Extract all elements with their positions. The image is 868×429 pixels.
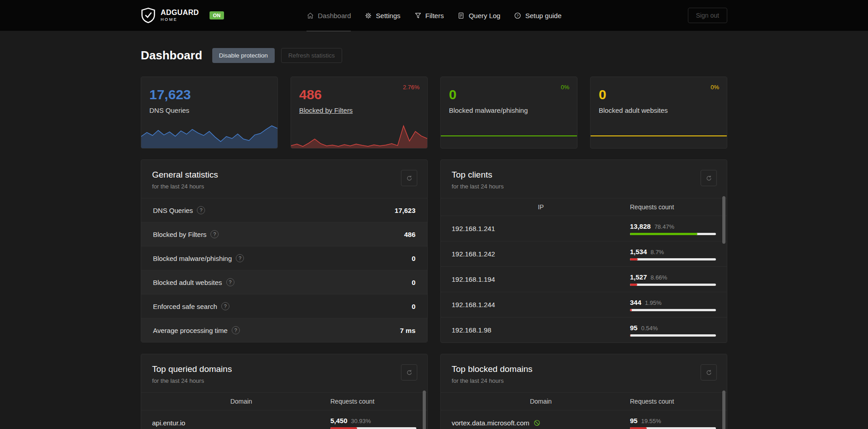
help-icon[interactable]: ? bbox=[232, 326, 240, 334]
requests-cell: 9519.55% bbox=[630, 417, 716, 429]
client-row: 192.168.1.244 3441.95% bbox=[441, 292, 727, 317]
help-icon[interactable]: ? bbox=[221, 302, 229, 310]
stat-card-blocked-by-filters: 2.76% 486 Blocked by Filters bbox=[291, 77, 428, 149]
panel-header: Top queried domains for the last 24 hour… bbox=[141, 354, 427, 392]
stat-card-dns-queries: 17,623 DNS Queries bbox=[141, 77, 278, 149]
panel-subtitle: for the last 24 hours bbox=[452, 377, 716, 384]
requests-count: 5,450 bbox=[330, 417, 348, 424]
stat-name: Average processing time bbox=[153, 327, 228, 334]
refresh-panel-button[interactable] bbox=[701, 170, 717, 186]
refresh-panel-button[interactable] bbox=[401, 170, 417, 186]
requests-bar-fill bbox=[630, 233, 697, 235]
stat-name: Blocked adult websites bbox=[153, 279, 222, 286]
sign-out-button[interactable]: Sign out bbox=[688, 8, 727, 23]
domain-cell[interactable]: vortex.data.microsoft.com bbox=[452, 419, 630, 427]
domain-name[interactable]: vortex.data.microsoft.com bbox=[452, 419, 529, 427]
stat-label: Blocked adult websites bbox=[599, 106, 719, 114]
scrollbar[interactable] bbox=[722, 196, 725, 244]
panel-title: General statistics bbox=[152, 170, 416, 180]
requests-count: 95 bbox=[630, 324, 638, 332]
stat-value: 486 bbox=[299, 87, 419, 102]
nav-item-query-log[interactable]: Query Log bbox=[458, 0, 501, 31]
client-ip[interactable]: 192.168.1.242 bbox=[452, 250, 630, 258]
panel-title: Top clients bbox=[452, 170, 716, 180]
stat-value: 0 bbox=[412, 303, 415, 310]
disable-protection-button[interactable]: Disable protection bbox=[212, 48, 275, 63]
refresh-panel-button[interactable] bbox=[701, 364, 717, 381]
page-header: Dashboard Disable protection Refresh sta… bbox=[141, 48, 727, 63]
refresh-panel-button[interactable] bbox=[401, 364, 417, 381]
help-icon[interactable]: ? bbox=[226, 278, 234, 286]
panel-subtitle: for the last 24 hours bbox=[152, 183, 416, 190]
client-row: 192.168.1.241 13,82878.47% bbox=[441, 216, 727, 241]
stat-value: 7 ms bbox=[400, 327, 415, 334]
nav-item-settings[interactable]: Settings bbox=[365, 0, 401, 31]
requests-percent: 78.47% bbox=[654, 223, 674, 230]
brand-subtitle: HOME bbox=[161, 18, 199, 22]
protection-on-badge: ON bbox=[210, 11, 224, 19]
stat-table-row: Enforced safe search? 0 bbox=[141, 294, 427, 318]
requests-bar bbox=[630, 309, 716, 311]
gear-icon bbox=[365, 12, 372, 19]
panel-header: Top blocked domains for the last 24 hour… bbox=[441, 354, 727, 392]
client-ip[interactable]: 192.168.1.98 bbox=[452, 326, 630, 334]
question-circle-icon: ? bbox=[514, 12, 522, 19]
scrollbar[interactable] bbox=[423, 390, 426, 429]
requests-percent: 8.66% bbox=[651, 274, 668, 281]
brand-text: ADGUARD HOME bbox=[161, 9, 199, 22]
requests-cell: 3441.95% bbox=[630, 299, 716, 311]
main-content: Dashboard Disable protection Refresh sta… bbox=[141, 48, 727, 429]
table-header: Domain Requests count bbox=[141, 392, 427, 410]
requests-percent: 19.55% bbox=[641, 418, 661, 424]
column-header-ip: IP bbox=[452, 203, 630, 211]
stat-value: 0 bbox=[412, 255, 415, 262]
client-ip[interactable]: 192.168.1.244 bbox=[452, 301, 630, 308]
client-ip[interactable]: 192.168.1.241 bbox=[452, 225, 630, 232]
svg-text:?: ? bbox=[517, 14, 519, 18]
blocked-by-filters-link[interactable]: Blocked by Filters bbox=[299, 106, 419, 114]
client-row: 192.168.1.194 1,5278.66% bbox=[441, 266, 727, 292]
requests-bar-fill bbox=[630, 427, 647, 429]
flat-sparkline bbox=[591, 135, 727, 136]
help-icon[interactable]: ? bbox=[197, 206, 205, 214]
nav-item-dashboard[interactable]: Dashboard bbox=[306, 0, 351, 31]
requests-percent: 8.7% bbox=[651, 249, 664, 255]
dns-queries-sparkline bbox=[141, 123, 277, 148]
requests-bar-fill bbox=[630, 334, 630, 337]
stat-table-row: Average processing time? 7 ms bbox=[141, 318, 427, 342]
refresh-icon bbox=[406, 369, 413, 376]
nav-item-setup-guide[interactable]: ? Setup guide bbox=[514, 0, 562, 31]
panels-row-2: Top queried domains for the last 24 hour… bbox=[141, 354, 727, 429]
stat-value: 17,623 bbox=[149, 87, 269, 102]
stat-label: Blocked malware/phishing bbox=[449, 106, 569, 114]
client-ip[interactable]: 192.168.1.194 bbox=[452, 275, 630, 283]
stat-percent: 0% bbox=[561, 84, 569, 91]
help-icon[interactable]: ? bbox=[210, 230, 219, 238]
stat-name: Blocked by Filters bbox=[153, 231, 206, 238]
requests-bar bbox=[630, 334, 716, 337]
table-header: Domain Requests count bbox=[441, 392, 727, 410]
requests-bar bbox=[630, 284, 716, 286]
brand-name: ADGUARD bbox=[161, 9, 199, 16]
help-icon[interactable]: ? bbox=[236, 254, 244, 262]
refresh-icon bbox=[706, 175, 712, 182]
stat-value: 486 bbox=[404, 231, 415, 238]
scrollbar[interactable] bbox=[722, 390, 725, 429]
requests-bar bbox=[630, 233, 716, 235]
domain-name[interactable]: api.entur.io bbox=[152, 419, 330, 427]
requests-count: 344 bbox=[630, 299, 641, 306]
stat-card-blocked-malware: 0% 0 Blocked malware/phishing bbox=[440, 77, 577, 149]
panel-header: Top clients for the last 24 hours bbox=[441, 160, 727, 198]
general-statistics-panel: General statistics for the last 24 hours… bbox=[141, 159, 428, 342]
nav-label: Setup guide bbox=[525, 12, 562, 19]
requests-count: 1,527 bbox=[630, 273, 647, 281]
refresh-statistics-button[interactable]: Refresh statistics bbox=[281, 48, 342, 63]
brand[interactable]: ADGUARD HOME ON bbox=[141, 7, 224, 24]
top-queried-domains-panel: Top queried domains for the last 24 hour… bbox=[141, 354, 428, 429]
page-title: Dashboard bbox=[141, 48, 202, 63]
nav-item-filters[interactable]: Filters bbox=[414, 0, 444, 31]
client-row: 192.168.1.98 950.54% bbox=[441, 317, 727, 342]
requests-cell: 1,5278.66% bbox=[630, 273, 716, 286]
stat-percent: 0% bbox=[711, 84, 719, 91]
stat-value: 17,623 bbox=[395, 207, 415, 214]
